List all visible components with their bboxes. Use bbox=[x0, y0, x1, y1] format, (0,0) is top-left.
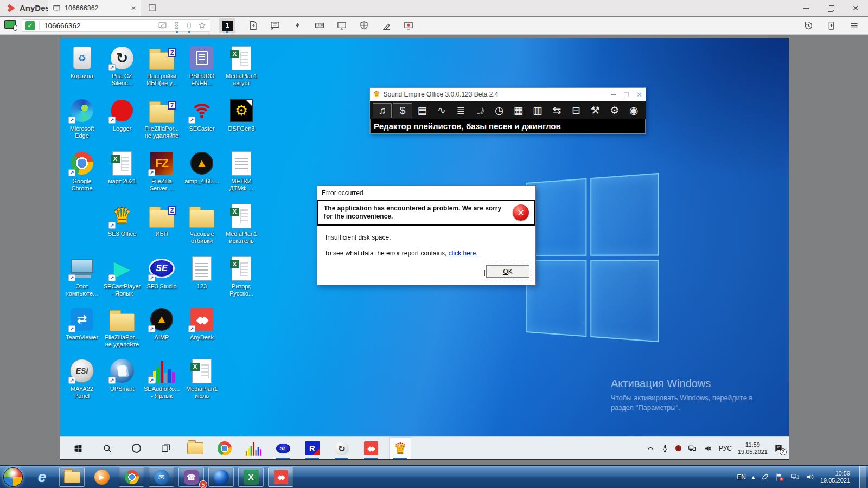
desktop-icon-logger[interactable]: ↗Logger bbox=[103, 98, 142, 132]
host-taskbar-item-anydesk[interactable]: ◆◆ bbox=[268, 467, 293, 487]
favorites-star-icon[interactable] bbox=[197, 21, 207, 30]
sound-empire-titlebar[interactable]: ♛ Sound Empire Office 3.0.0.123 Beta 2.4… bbox=[370, 88, 646, 101]
desktop-icon-this-pc[interactable]: ↗Этот компьюте... bbox=[62, 255, 101, 297]
desktop-icon-nastroyki-ibp-folder[interactable]: ZНастройки ИБП(не у... bbox=[142, 45, 181, 87]
se-tool-grid[interactable]: ▦ bbox=[509, 103, 527, 118]
window-close-button[interactable]: ✕ bbox=[843, 0, 868, 16]
host-taskbar-item-excel[interactable]: X bbox=[238, 467, 264, 487]
se-tool-notebook[interactable]: ▥ bbox=[528, 103, 546, 118]
desktop-icon-doc-123[interactable]: 123 bbox=[182, 255, 221, 290]
desktop-icon-ibp-folder[interactable]: ZИБП bbox=[142, 203, 181, 237]
host-taskbar-item-file-explorer[interactable] bbox=[59, 467, 85, 487]
tab-close-icon[interactable]: ✕ bbox=[131, 4, 136, 12]
show-desktop-button[interactable] bbox=[859, 466, 866, 488]
action-center-flag-icon[interactable] bbox=[775, 472, 785, 482]
desktop-icon-recycle-bin[interactable]: ♻Корзина bbox=[62, 45, 101, 80]
history-button[interactable] bbox=[802, 19, 815, 32]
desktop-icon-pira-cz-silencer[interactable]: ↻↗Pira CZ Silenc... bbox=[103, 45, 142, 87]
se-tool-waveform[interactable]: ∿ bbox=[432, 103, 450, 118]
host-taskbar-item-blue-app[interactable] bbox=[208, 467, 234, 487]
desktop-icon-metki-dtmf[interactable]: МЕТКИ ДТМФ ... bbox=[222, 150, 261, 192]
se-tool-tools[interactable]: ⚒ bbox=[586, 103, 604, 118]
se-tool-satellite[interactable]: ☽ bbox=[468, 99, 492, 122]
phone-icon[interactable] bbox=[186, 21, 193, 30]
address-field[interactable]: ✓ 106666362 bbox=[22, 19, 210, 32]
taskbar-item-se-app[interactable]: SE bbox=[272, 437, 294, 460]
monitor-off-icon[interactable] bbox=[157, 21, 168, 30]
microphone-icon[interactable] bbox=[661, 444, 669, 453]
desktop-icon-microsoft-edge[interactable]: ↗Microsoft Edge bbox=[62, 98, 101, 139]
taskbar-item-start[interactable] bbox=[67, 437, 89, 460]
desktop-icon-mediaplan1-iyul[interactable]: XMediaPlan1 июль bbox=[182, 358, 221, 400]
taskbar-item-cortana[interactable] bbox=[125, 437, 148, 460]
desktop-icon-maya22-panel[interactable]: ESi↗MAYA22 Panel bbox=[62, 358, 101, 400]
desktop-icon-seaudiorouter[interactable]: ↗SEAudioRo... - Ярлык bbox=[142, 358, 181, 400]
desktop-icon-aimp[interactable]: ▲↗AIMP bbox=[142, 306, 181, 341]
remote-language-indicator[interactable]: РУС bbox=[719, 445, 732, 452]
host-taskbar-item-thunderbird[interactable]: ✉ bbox=[149, 467, 174, 487]
whiteboard-button[interactable] bbox=[380, 19, 393, 32]
desktop-icon-anydesk[interactable]: ◆◆↗AnyDesk bbox=[182, 306, 221, 341]
desktop-icon-dsfgen3[interactable]: ⚙DSFGen3 bbox=[222, 98, 261, 132]
se-minimize-button[interactable] bbox=[611, 94, 616, 95]
desktop-icon-mediaplan1-iskatel[interactable]: XMediaPlan1 искатель bbox=[222, 203, 261, 245]
show-hidden-icons[interactable]: ▲ bbox=[751, 474, 756, 480]
menu-button[interactable] bbox=[847, 19, 860, 32]
taskbar-item-chrome[interactable] bbox=[213, 437, 235, 460]
volume-icon[interactable] bbox=[703, 444, 713, 453]
keyboard-button[interactable] bbox=[313, 19, 326, 32]
se-tool-eye[interactable]: ◉ bbox=[624, 103, 642, 118]
taskbar-item-search[interactable] bbox=[96, 437, 118, 460]
desktop-icon-mart-2021[interactable]: Xмарт 2021 bbox=[103, 150, 142, 185]
desktop-icon-se3-office[interactable]: ♛↗SE3 Office bbox=[103, 203, 142, 237]
permissions-button[interactable] bbox=[358, 19, 371, 32]
desktop-icon-pseudo-ener[interactable]: PSEUDO ENER... bbox=[182, 45, 221, 87]
remote-clock[interactable]: 11:59 19.05.2021 bbox=[738, 441, 768, 455]
recording-dot-icon[interactable] bbox=[675, 445, 681, 451]
desktop-icon-google-chrome[interactable]: ↗Google Chrome bbox=[62, 150, 101, 192]
desktop-icon-secaster[interactable]: ↗SECaster bbox=[182, 98, 221, 132]
host-network-icon[interactable] bbox=[790, 472, 800, 481]
update-button[interactable] bbox=[825, 19, 838, 32]
desktop-icon-aimp-setup[interactable]: ▲aimp_4.60.... bbox=[182, 150, 221, 185]
taskbar-item-pira-cz[interactable]: ↻ bbox=[330, 437, 353, 460]
se-tool-music[interactable]: ♫ bbox=[373, 103, 392, 118]
window-minimize-button[interactable] bbox=[793, 0, 818, 16]
session-tab[interactable]: 106666362 ✕ bbox=[48, 0, 141, 16]
record-button[interactable] bbox=[402, 19, 415, 32]
desktop-icon-chasovye-otbivki[interactable]: Часовые отбивки bbox=[182, 203, 221, 245]
desktop-icon-secastplayer[interactable]: ▶↗SECastPlayer - Ярлык bbox=[103, 255, 142, 297]
se-tool-clock[interactable]: ◷ bbox=[490, 103, 508, 118]
desktop-icon-teamviewer[interactable]: ⇄↗TeamViewer bbox=[62, 306, 101, 341]
taskbar-item-r-app[interactable]: R bbox=[301, 437, 323, 460]
error-report-link[interactable]: click here. bbox=[449, 249, 478, 257]
hourglass-icon[interactable] bbox=[173, 21, 181, 30]
host-language-indicator[interactable]: EN bbox=[737, 473, 746, 481]
host-taskbar-item-chrome[interactable] bbox=[119, 467, 144, 487]
se-tool-gear[interactable]: ⚙ bbox=[605, 103, 623, 118]
se-tool-dollar[interactable]: $ bbox=[393, 103, 412, 118]
desktop-icon-ritorg[interactable]: XРиторг, Русско... bbox=[222, 255, 261, 297]
tray-expand-icon[interactable] bbox=[646, 444, 655, 453]
host-taskbar-item-media-player[interactable]: ▶ bbox=[89, 467, 114, 487]
monitor-1-button[interactable]: 1 bbox=[219, 18, 235, 33]
window-restore-button[interactable] bbox=[818, 0, 843, 16]
pen-tray-icon[interactable] bbox=[761, 472, 770, 481]
actions-button[interactable] bbox=[291, 19, 304, 32]
chat-button[interactable] bbox=[269, 19, 282, 32]
host-taskbar-item-internet-explorer[interactable]: e bbox=[29, 467, 55, 487]
ok-button[interactable]: OK bbox=[486, 265, 529, 278]
se-tool-playlist[interactable]: ≣ bbox=[452, 103, 470, 118]
action-center-icon[interactable]: 2 bbox=[774, 444, 783, 453]
desktop-icon-se3-studio[interactable]: SE↗SE3 Studio bbox=[142, 255, 181, 290]
taskbar-item-file-explorer[interactable] bbox=[184, 437, 206, 460]
se-tool-swap-arrows[interactable]: ⇆ bbox=[548, 103, 566, 118]
desktop-icon-filezilla-portable-folder-2[interactable]: FileZillaPor... не удаляйте bbox=[103, 306, 142, 348]
se-maximize-button[interactable] bbox=[624, 92, 629, 97]
taskbar-item-anydesk[interactable]: ◆◆ bbox=[360, 437, 382, 460]
network-icon[interactable] bbox=[687, 444, 697, 453]
desktop-icon-upsmart[interactable]: ↗UPSmart bbox=[103, 358, 142, 393]
taskbar-item-sound-empire[interactable]: ♛ bbox=[389, 437, 411, 460]
taskbar-item-seaudiorouter[interactable] bbox=[242, 437, 265, 460]
se-tool-document[interactable]: ▤ bbox=[413, 103, 431, 118]
